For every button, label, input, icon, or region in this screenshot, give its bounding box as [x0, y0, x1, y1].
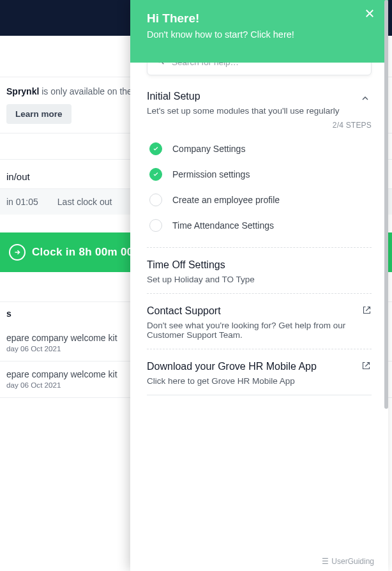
learn-more-button[interactable]: Learn more	[6, 104, 72, 124]
help-title: Hi There!	[147, 11, 372, 26]
close-icon[interactable]	[364, 8, 377, 20]
userguiding-branding[interactable]: ☰ UserGuiding	[322, 557, 374, 566]
checklist-label: Create an employee profile	[172, 195, 280, 205]
task-date: day 06 Oct 2021	[6, 381, 61, 389]
unchecked-icon	[149, 194, 162, 206]
scrollbar[interactable]	[384, 0, 388, 409]
checklist-item-permission-settings[interactable]: Permission settings	[147, 162, 372, 187]
clock-inout-label: in/out	[6, 171, 30, 182]
section-time-off[interactable]: Time Off Settings Set up Holiday and TO …	[147, 248, 372, 294]
section-title: Download your Grove HR Mobile App	[147, 361, 317, 372]
section-desc: Set up Holiday and TO Type	[147, 275, 372, 284]
section-download-app[interactable]: Download your Grove HR Mobile App Click …	[147, 349, 372, 395]
section-title: Time Off Settings	[147, 259, 372, 271]
external-link-icon	[362, 305, 372, 316]
section-initial-setup[interactable]: Initial Setup Let's set up some modules …	[147, 79, 372, 248]
help-panel: Hi There! Don't know how to start? Click…	[130, 0, 388, 571]
checklist-label: Company Settings	[172, 144, 245, 154]
sprynkl-brand: Sprynkl	[6, 86, 39, 96]
checklist-item-time-attendance[interactable]: Time Attendance Settings	[147, 213, 372, 238]
task-title: epare company welcome kit	[6, 369, 117, 379]
progress-label: 2/4 STEPS	[147, 121, 372, 130]
section-contact-support[interactable]: Contact Support Don't see what you're lo…	[147, 294, 372, 349]
task-date: day 06 Oct 2021	[6, 344, 61, 353]
section-title: Initial Setup	[147, 91, 340, 102]
external-link-icon	[361, 361, 372, 371]
tasks-heading-fragment: s	[6, 308, 11, 319]
section-desc: Don't see what you're looking for? Get h…	[147, 321, 362, 340]
section-desc: Click here to get Grove HR Mobile App	[147, 376, 317, 386]
checklist-item-company-settings[interactable]: Company Settings	[147, 136, 372, 162]
last-clock-out: Last clock out	[57, 197, 112, 207]
checklist-item-employee-profile[interactable]: Create an employee profile	[147, 187, 372, 213]
check-icon	[149, 168, 162, 181]
chevron-up-icon[interactable]	[360, 93, 372, 105]
help-subtitle[interactable]: Don't know how to start? Click here!	[147, 29, 372, 40]
userguiding-logo-icon: ☰	[322, 557, 329, 566]
section-title: Contact Support	[147, 305, 362, 317]
last-clock-in: in 01:05	[6, 197, 38, 207]
clock-in-arrow-icon	[9, 244, 26, 261]
task-title: epare company welcome kit	[6, 333, 117, 343]
clock-in-label: Clock in 8h 00m 00s	[32, 246, 139, 259]
section-desc: Let's set up some modules that you'll us…	[147, 106, 340, 116]
checklist-label: Permission settings	[172, 169, 250, 179]
checklist-label: Time Attendance Settings	[172, 220, 274, 231]
help-panel-header: Hi There! Don't know how to start? Click…	[130, 0, 388, 63]
branding-label: UserGuiding	[331, 557, 374, 566]
check-icon	[149, 142, 162, 155]
unchecked-icon	[149, 219, 162, 232]
